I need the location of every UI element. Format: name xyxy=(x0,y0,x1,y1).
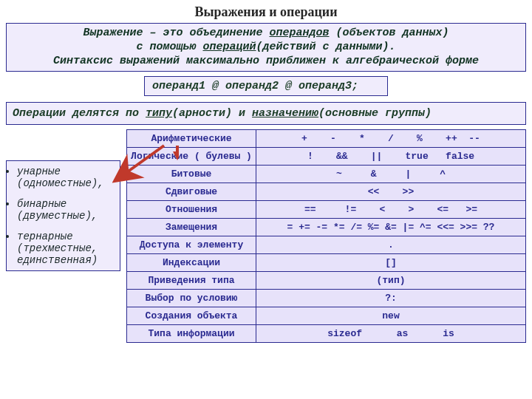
arity-list: унарные (одноместные), бинарные (двумест… xyxy=(10,166,117,266)
table-row: Индексации[] xyxy=(127,254,526,272)
types-u2: назначению xyxy=(252,107,318,120)
page-title: Выражения и операции xyxy=(6,4,526,20)
operators-cell: + - * / % ++ -- xyxy=(256,130,526,148)
table-row: Типа информацииsizeof as is xyxy=(127,325,526,343)
operators-cell: sizeof as is xyxy=(256,325,526,343)
types-box: Операции делятся по типу(арности) и назн… xyxy=(6,102,526,125)
list-item: бинарные (двуместные), xyxy=(17,198,117,222)
category-cell: Выбор по условию xyxy=(127,290,256,307)
table-row: Логические ( булевы )! && || true false xyxy=(127,148,526,166)
list-item: тернарные (трехместные, единственная) xyxy=(17,231,117,266)
category-cell: Отношения xyxy=(127,201,256,219)
operators-cell: << >> xyxy=(256,183,526,201)
arity-sub: (трехместные, единственная) xyxy=(17,242,98,266)
def-line2-u: операций xyxy=(202,41,256,53)
table-row: Арифметические+ - * / % ++ -- xyxy=(127,130,526,148)
table-row: Отношения== != < > <= >= xyxy=(127,201,526,219)
table-row: Доступа к элементу. xyxy=(127,236,526,254)
arity-sub: (двуместные), xyxy=(17,210,98,222)
operators-cell: new xyxy=(256,307,526,325)
types-mid: (арности) и xyxy=(172,107,252,120)
operators-cell: . xyxy=(256,236,526,254)
category-cell: Сдвиговые xyxy=(127,183,256,201)
operators-cell: = += -= *= /= %= &= |= ^= <<= >>= ?? xyxy=(256,219,526,236)
operators-cell: [] xyxy=(256,254,526,272)
arity-main: тернарные xyxy=(17,231,73,242)
arity-main: бинарные xyxy=(17,198,66,210)
types-u1: типу xyxy=(146,107,172,120)
category-cell: Логические ( булевы ) xyxy=(127,148,256,166)
operators-cell: ~ & | ^ xyxy=(256,166,526,183)
operators-cell: ! && || true false xyxy=(256,148,526,166)
arity-sub: (одноместные), xyxy=(17,177,104,189)
def-line1-post: (объектов данных) xyxy=(330,27,449,39)
def-line2-pre: с помощью xyxy=(136,41,202,53)
table-row: Выбор по условию?: xyxy=(127,290,526,307)
table-row: Замещения= += -= *= /= %= &= |= ^= <<= >… xyxy=(127,219,526,236)
table-row: Создания объектаnew xyxy=(127,307,526,325)
operators-cell: ?: xyxy=(256,290,526,307)
category-cell: Битовые xyxy=(127,166,256,183)
types-pre: Операции делятся по xyxy=(13,107,146,120)
category-cell: Доступа к элементу xyxy=(127,236,256,254)
category-cell: Типа информации xyxy=(127,325,256,343)
def-line3: Синтаксис выражений максимально приближе… xyxy=(53,55,479,67)
def-line1-pre: Выражение – это объединение xyxy=(83,27,269,39)
arity-box: унарные (одноместные), бинарные (двумест… xyxy=(6,160,120,271)
operators-cell: (тип) xyxy=(256,272,526,290)
list-item: унарные (одноместные), xyxy=(17,166,117,189)
category-cell: Индексации xyxy=(127,254,256,272)
def-line2-post: (действий с данными). xyxy=(256,41,396,53)
table-row: Приведения типа(тип) xyxy=(127,272,526,290)
category-cell: Создания объекта xyxy=(127,307,256,325)
category-cell: Приведения типа xyxy=(127,272,256,290)
table-row: Сдвиговые<< >> xyxy=(127,183,526,201)
category-cell: Замещения xyxy=(127,219,256,236)
def-line1-u: операндов xyxy=(270,27,330,39)
types-post: (основные группы) xyxy=(318,107,432,120)
category-cell: Арифметические xyxy=(127,130,256,148)
table-row: Битовые~ & | ^ xyxy=(127,166,526,183)
definition-box: Выражение – это объединение операндов (о… xyxy=(6,23,526,72)
operators-cell: == != < > <= >= xyxy=(256,201,526,219)
arity-main: унарные xyxy=(17,166,61,177)
syntax-box: операнд1 @ операнд2 @ операнд3; xyxy=(144,76,388,96)
operations-table: Арифметические+ - * / % ++ --Логические … xyxy=(126,129,526,343)
